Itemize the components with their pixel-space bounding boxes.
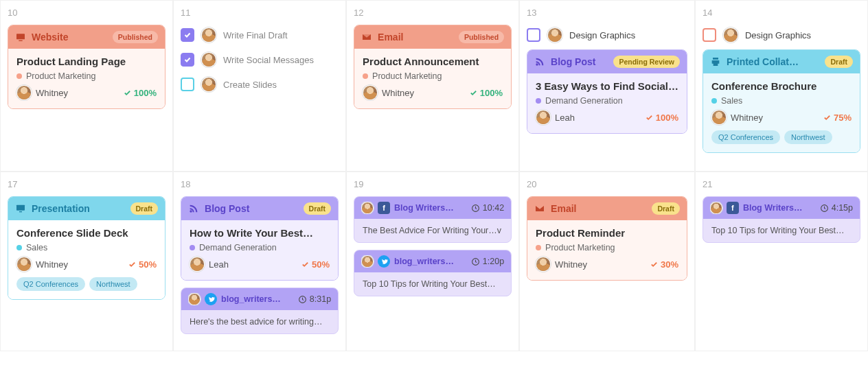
- task-row[interactable]: Design Graphics: [527, 25, 687, 45]
- svg-point-2: [536, 63, 538, 65]
- svg-rect-4: [19, 211, 22, 212]
- progress-percent: 50%: [128, 259, 157, 270]
- status-badge: Published: [113, 31, 158, 43]
- tag[interactable]: Q2 Conferences: [711, 130, 780, 144]
- social-account: blog_writers…: [221, 294, 281, 304]
- calendar-grid: 10 Website Published Product Landing Pag…: [0, 0, 868, 351]
- category-dot: [363, 73, 368, 79]
- avatar: [363, 85, 378, 100]
- avatar: [190, 257, 205, 272]
- card-title: Conference Slide Deck: [16, 227, 157, 239]
- avatar: [201, 52, 216, 67]
- progress-percent: 100%: [470, 88, 503, 98]
- task-row[interactable]: Design Graphics: [703, 25, 860, 45]
- checkbox-checked[interactable]: [181, 28, 194, 42]
- day-number: 14: [703, 8, 860, 18]
- day-cell-10[interactable]: 10 Website Published Product Landing Pag…: [0, 0, 173, 172]
- avatar: [710, 202, 722, 214]
- social-account: Blog Writers…: [743, 203, 803, 213]
- day-cell-11[interactable]: 11 Write Final Draft Write Social Messag…: [173, 0, 346, 172]
- avatar: [536, 257, 551, 272]
- card-type: Blog Post: [551, 56, 595, 67]
- email-icon: [534, 203, 545, 214]
- clock-icon: [471, 204, 480, 213]
- card-title: Product Announcement: [363, 56, 503, 67]
- checkbox-unchecked[interactable]: [181, 78, 194, 91]
- clock-icon: [471, 257, 480, 266]
- card-category: Demand Generation: [545, 96, 623, 106]
- website-icon: [15, 32, 26, 43]
- task-row[interactable]: Write Social Messages: [181, 49, 339, 70]
- day-cell-18[interactable]: 18 Blog Post Draft How to Write Your Bes…: [173, 172, 346, 351]
- social-post-twitter[interactable]: blog_writers… 1:20p Top 10 Tips for Writ…: [354, 250, 512, 296]
- task-label: Create Slides: [223, 80, 277, 90]
- day-number: 17: [8, 179, 165, 189]
- day-cell-21[interactable]: 21 f Blog Writers… 4:15p Top 10 Tips for…: [695, 172, 868, 351]
- day-number: 18: [181, 179, 339, 189]
- day-cell-13[interactable]: 13 Design Graphics Blog Post Pending Rev…: [519, 0, 695, 172]
- social-post-twitter[interactable]: blog_writers… 8:31p Here's the best advi…: [181, 287, 339, 334]
- card-email[interactable]: Email Draft Product Reminder Product Mar…: [527, 196, 687, 281]
- social-post-facebook[interactable]: f Blog Writers… 10:42 The Best Advice Fo…: [354, 196, 512, 243]
- rss-icon: [188, 203, 199, 214]
- card-title: Product Reminder: [536, 227, 678, 239]
- day-cell-12[interactable]: 12 Email Published Product Announcement …: [346, 0, 519, 172]
- card-email[interactable]: Email Published Product Announcement Pro…: [354, 25, 512, 109]
- category-dot: [190, 245, 195, 250]
- tag[interactable]: Northwest: [784, 130, 832, 144]
- day-cell-20[interactable]: 20 Email Draft Product Reminder Product …: [519, 172, 695, 351]
- social-post-facebook[interactable]: f Blog Writers… 4:15p Top 10 Tips for Wr…: [703, 196, 860, 243]
- clock-icon: [298, 295, 307, 304]
- assignee-name: Leah: [555, 113, 575, 123]
- progress-percent: 75%: [823, 113, 852, 123]
- day-cell-17[interactable]: 17 Presentation Draft Conference Slide D…: [0, 172, 173, 351]
- tag[interactable]: Northwest: [89, 277, 137, 291]
- category-dot: [711, 98, 717, 104]
- card-type: Website: [32, 32, 68, 43]
- avatar: [723, 27, 738, 43]
- social-time: 10:42: [483, 203, 504, 213]
- assignee-name: Leah: [209, 259, 229, 270]
- card-blog[interactable]: Blog Post Draft How to Write Your Best… …: [181, 196, 339, 281]
- card-type: Email: [378, 32, 403, 43]
- status-badge: Published: [459, 31, 504, 43]
- checkbox-unchecked[interactable]: [527, 28, 540, 42]
- task-label: Design Graphics: [745, 30, 811, 40]
- card-presentation[interactable]: Presentation Draft Conference Slide Deck…: [8, 196, 165, 300]
- task-label: Write Final Draft: [223, 30, 288, 40]
- facebook-icon: f: [727, 202, 739, 214]
- day-cell-14[interactable]: 14 Design Graphics Printed Collat… Draft…: [695, 0, 868, 172]
- card-type: Blog Post: [205, 203, 249, 214]
- day-cell-19[interactable]: 19 f Blog Writers… 10:42 The Best Advice…: [346, 172, 519, 351]
- card-category: Sales: [26, 243, 47, 252]
- svg-rect-1: [19, 40, 22, 41]
- social-account: Blog Writers…: [394, 203, 454, 213]
- card-website[interactable]: Website Published Product Landing Page P…: [8, 25, 165, 109]
- card-category: Product Marketing: [372, 71, 442, 81]
- status-badge: Draft: [304, 202, 332, 215]
- social-time: 8:31p: [310, 294, 331, 304]
- card-title: Conference Brochure: [711, 80, 852, 92]
- avatar: [361, 255, 374, 268]
- card-printed[interactable]: Printed Collat… Draft Conference Brochur…: [703, 49, 860, 153]
- task-label: Write Social Messages: [223, 55, 314, 65]
- avatar: [16, 85, 32, 100]
- social-text: Top 10 Tips for Writing Your Best…: [703, 219, 860, 242]
- checkbox-unchecked[interactable]: [703, 28, 716, 42]
- assignee-name: Whitney: [36, 259, 68, 270]
- clock-icon: [820, 204, 829, 213]
- card-blog[interactable]: Blog Post Pending Review 3 Easy Ways to …: [527, 49, 687, 134]
- card-type: Printed Collat…: [727, 56, 799, 67]
- task-row[interactable]: Write Final Draft: [181, 25, 339, 45]
- avatar: [536, 110, 551, 125]
- day-number: 12: [354, 8, 512, 18]
- status-badge: Draft: [130, 202, 159, 215]
- assignee-name: Whitney: [382, 88, 414, 98]
- task-row[interactable]: Create Slides: [181, 74, 339, 95]
- tag[interactable]: Q2 Conferences: [16, 277, 85, 291]
- twitter-icon: [205, 293, 217, 305]
- day-number: 19: [354, 179, 512, 189]
- status-badge: Pending Review: [613, 56, 680, 68]
- checkbox-checked[interactable]: [181, 53, 194, 67]
- print-icon: [710, 56, 721, 67]
